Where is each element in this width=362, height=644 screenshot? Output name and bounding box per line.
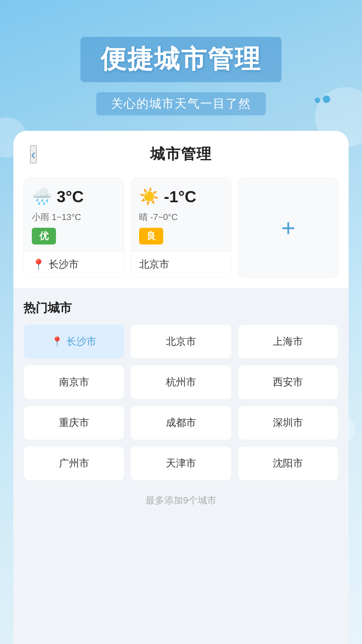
city-item-xian[interactable]: 西安市	[238, 365, 339, 399]
city-item-guangzhou[interactable]: 广州市	[23, 446, 124, 481]
city-item-shenzhen[interactable]: 深圳市	[238, 406, 339, 440]
weather-icon-2: ☀️	[139, 187, 159, 206]
city-item-label-8: 成都市	[166, 416, 196, 430]
city-item-nanjing[interactable]: 南京市	[23, 365, 124, 399]
page-subtitle: 关心的城市天气一目了然	[111, 96, 251, 112]
city-item-changsha[interactable]: 📍 长沙市	[23, 324, 124, 359]
city-item-shanghai[interactable]: 上海市	[238, 324, 339, 359]
city-label-1: 长沙市	[49, 258, 79, 271]
city-item-label-12: 沈阳市	[273, 457, 303, 470]
weather-temp-2: -1°C	[164, 187, 196, 206]
weather-desc-2: 晴 -7~0°C	[139, 211, 223, 223]
city-item-label-4: 南京市	[59, 375, 89, 389]
location-icon-1: 📍	[32, 258, 45, 271]
city-item-chongqing[interactable]: 重庆市	[23, 406, 124, 440]
city-item-label-11: 天津市	[166, 457, 196, 470]
city-grid: 📍 长沙市 北京市 上海市 南京市 杭州市 西安市 重庆市	[23, 324, 339, 481]
quality-badge-2: 良	[139, 228, 163, 245]
city-item-label-1: 长沙市	[66, 335, 97, 348]
weather-temp-1: 3°C	[57, 187, 84, 206]
page-title: 便捷城市管理	[101, 42, 261, 77]
city-item-chengdu[interactable]: 成都市	[130, 406, 231, 440]
card-title: 城市管理	[150, 144, 212, 164]
weather-section: 🌧️ 3°C 小雨 1~13°C 优 📍 长沙市 ☀️ -1°C 晴 -7~0°…	[13, 174, 349, 288]
city-item-tianjin[interactable]: 天津市	[130, 446, 231, 481]
city-item-label-5: 杭州市	[166, 375, 196, 389]
city-item-label-6: 西安市	[273, 375, 303, 389]
footer-note: 最多添加9个城市	[13, 487, 349, 514]
temp-row-1: 🌧️ 3°C	[32, 187, 116, 206]
card-header: ‹ 城市管理	[13, 131, 349, 174]
city-item-label-9: 深圳市	[273, 416, 303, 430]
city-item-label-7: 重庆市	[59, 416, 89, 430]
weather-card-bottom-1: 📍 长沙市	[24, 251, 124, 277]
hot-cities-section: 热门城市 📍 长沙市 北京市 上海市 南京市 杭州市 西安市	[13, 288, 349, 487]
city-item-label-3: 上海市	[273, 335, 303, 348]
weather-card-top-1: 🌧️ 3°C 小雨 1~13°C 优	[24, 178, 124, 251]
add-city-card[interactable]: +	[238, 177, 339, 278]
city-label-2: 北京市	[139, 258, 169, 271]
weather-icon-1: 🌧️	[32, 187, 52, 206]
title-background: 便捷城市管理	[80, 37, 282, 82]
weather-desc-1: 小雨 1~13°C	[32, 211, 116, 223]
city-item-shenyang[interactable]: 沈阳市	[238, 446, 339, 481]
city-item-hangzhou[interactable]: 杭州市	[130, 365, 231, 399]
subtitle-background: 关心的城市天气一目了然	[96, 92, 266, 115]
location-pin-icon: 📍	[51, 336, 63, 347]
city-item-label-2: 北京市	[166, 335, 196, 348]
back-button[interactable]: ‹	[30, 145, 37, 163]
quality-badge-1: 优	[32, 228, 56, 245]
city-item-label-10: 广州市	[59, 457, 89, 470]
weather-card-beijing[interactable]: ☀️ -1°C 晴 -7~0°C 良 北京市	[131, 177, 231, 278]
weather-card-changsha[interactable]: 🌧️ 3°C 小雨 1~13°C 优 📍 长沙市	[23, 177, 124, 278]
main-card: ‹ 城市管理 🌧️ 3°C 小雨 1~13°C 优 📍 长沙市	[13, 131, 349, 644]
section-title: 热门城市	[23, 300, 339, 316]
weather-card-top-2: ☀️ -1°C 晴 -7~0°C 良	[131, 178, 231, 251]
temp-row-2: ☀️ -1°C	[139, 187, 223, 206]
page-header: 便捷城市管理 关心的城市天气一目了然	[0, 0, 362, 129]
city-item-beijing[interactable]: 北京市	[130, 324, 231, 359]
add-icon: +	[281, 216, 295, 240]
weather-card-bottom-2: 北京市	[131, 251, 231, 277]
